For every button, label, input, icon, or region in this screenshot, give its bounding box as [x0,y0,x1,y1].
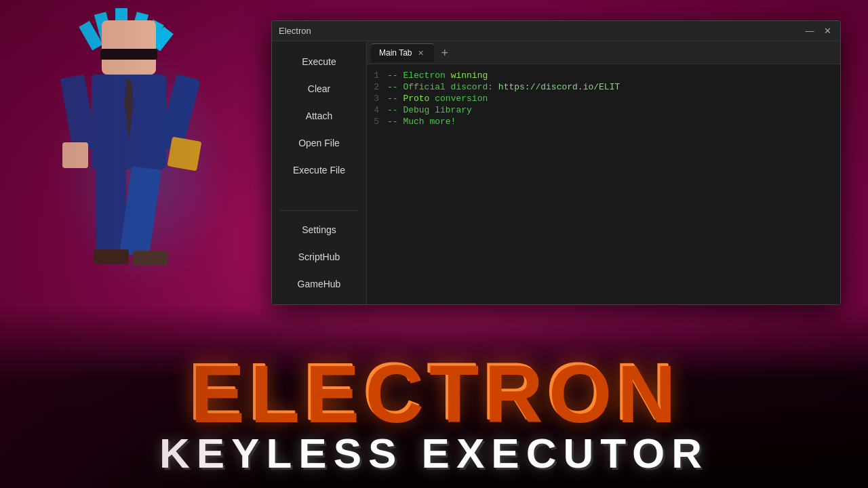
char-hand-left [62,142,88,168]
line-content-1: -- Electron winning [387,70,488,81]
code-line-1: 1 -- Electron winning [367,70,840,81]
line-number-2: 2 [367,82,387,92]
execute-button[interactable]: Execute [272,48,366,75]
line-number-4: 4 [367,105,387,115]
line-content-5: -- Much more! [387,117,456,127]
code-line-2: 2 -- Official discord: https://discord.i… [367,81,840,93]
char-glasses [100,49,157,60]
main-tab[interactable]: Main Tab ✕ [371,43,434,62]
gamehub-button[interactable]: GameHub [272,270,366,298]
line-content-2: -- Official discord: https://discord.io/… [387,82,620,92]
char-shoe-right [132,251,167,266]
bottom-text-area: ELECTRON KEYLESS EXECUTOR [0,305,868,488]
code-line-4: 4 -- Debug library [367,104,840,116]
settings-button[interactable]: Settings [272,216,366,243]
open-file-button[interactable]: Open File [272,129,366,157]
app-body: Execute Clear Attach Open File Execute F… [272,41,840,304]
scripthub-button[interactable]: ScriptHub [272,243,366,270]
minimize-button[interactable]: — [804,25,816,37]
line-content-4: -- Debug library [387,105,472,115]
attach-button[interactable]: Attach [272,102,366,129]
sidebar-divider [280,210,358,211]
line-number-1: 1 [367,70,387,81]
line-number-3: 3 [367,94,387,104]
code-line-3: 3 -- Proto conversion [367,93,840,104]
app-window: Electron — ✕ Execute Clear Attach Open F… [271,20,841,305]
sidebar: Execute Clear Attach Open File Execute F… [272,41,367,304]
char-head [102,20,156,75]
tab-close-button[interactable]: ✕ [416,48,426,58]
close-button[interactable]: ✕ [821,25,833,37]
main-content: Main Tab ✕ + 1 -- Electron winning 2 -- … [367,41,840,304]
window-controls: — ✕ [804,25,833,37]
code-editor[interactable]: 1 -- Electron winning 2 -- Official disc… [367,64,840,304]
line-content-3: -- Proto conversion [387,94,488,104]
title-bar: Electron — ✕ [272,21,840,41]
line-number-5: 5 [367,117,387,127]
tab-label: Main Tab [379,48,412,58]
execute-file-button[interactable]: Execute File [272,157,366,184]
code-line-5: 5 -- Much more! [367,116,840,127]
clear-button[interactable]: Clear [272,75,366,102]
window-title: Electron [279,26,804,36]
title-keyless: KEYLESS EXECUTOR [159,432,709,474]
tab-bar: Main Tab ✕ + [367,41,840,64]
add-tab-button[interactable]: + [437,47,452,59]
char-shoe-left [94,249,129,264]
char-hand-right [167,137,202,171]
title-electron: ELECTRON [189,351,679,432]
character-figure [14,7,271,319]
